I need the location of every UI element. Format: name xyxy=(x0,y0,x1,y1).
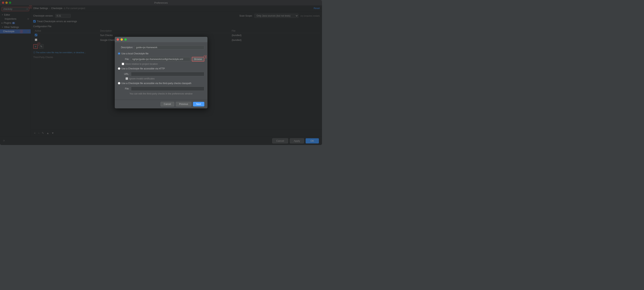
classpath-file-row: File: xyxy=(122,87,204,91)
store-relative-checkbox[interactable] xyxy=(122,63,124,65)
classpath-radio-row: Use a Checkstyle file accessible via the… xyxy=(118,82,204,85)
classpath-sub-content: File: xyxy=(122,87,204,91)
file-sub-content: File: Browse 4 Store relative to project… xyxy=(122,57,204,65)
dialog-close-button[interactable] xyxy=(117,38,119,41)
browse-label: Browse xyxy=(194,58,202,61)
dialog-cancel-button[interactable]: Cancel xyxy=(160,102,174,106)
classpath-radio[interactable] xyxy=(118,82,120,84)
dialog-titlebar xyxy=(115,37,208,42)
step4-badge: 4 xyxy=(204,55,206,58)
ignore-certs-label: Ignore invalid certificates xyxy=(129,77,155,80)
url-input[interactable] xyxy=(131,72,204,76)
description-row: Description: xyxy=(118,45,204,50)
file-row: File: Browse 4 xyxy=(122,57,204,61)
edit-hint: You can edit the third-party checks in t… xyxy=(118,92,204,95)
http-radio-row: Use a Checkstyle file accessible via HTT… xyxy=(118,67,204,70)
store-relative-label: Store relative to project location xyxy=(125,63,158,65)
http-radio[interactable] xyxy=(118,67,120,70)
dialog-minimize-button[interactable] xyxy=(120,38,123,41)
add-config-dialog: Description: Use a local Checkstyle file… xyxy=(115,37,208,108)
url-label: URL: xyxy=(122,73,130,75)
ignore-certs-row: Ignore invalid certificates xyxy=(126,77,204,80)
browse-button[interactable]: Browse 4 xyxy=(192,57,204,61)
description-label: Description: xyxy=(118,46,133,49)
local-file-radio[interactable] xyxy=(118,52,120,55)
dialog-next-button[interactable]: Next xyxy=(193,102,204,106)
dialog-footer: Cancel Previous Next xyxy=(115,100,208,108)
dialog-body: Description: Use a local Checkstyle file… xyxy=(115,42,208,100)
file-label: File: xyxy=(122,58,130,61)
store-relative-row: Store relative to project location xyxy=(122,63,204,65)
ignore-certs-checkbox[interactable] xyxy=(126,77,128,80)
url-row: URL: xyxy=(122,72,204,76)
description-input[interactable] xyxy=(135,45,204,50)
file-input[interactable] xyxy=(131,57,190,61)
http-label: Use a Checkstyle file accessible via HTT… xyxy=(122,67,165,70)
url-sub-content: URL: Ignore invalid certificates xyxy=(122,72,204,80)
local-file-radio-row: Use a local Checkstyle file xyxy=(118,52,204,55)
classpath-label: Use a Checkstyle file accessible via the… xyxy=(122,82,192,85)
classpath-file-label: File: xyxy=(122,87,130,90)
dialog-previous-button[interactable]: Previous xyxy=(176,102,192,106)
classpath-file-input[interactable] xyxy=(131,87,204,91)
local-file-label: Use a local Checkstyle file xyxy=(122,52,148,55)
dialog-overlay: Description: Use a local Checkstyle file… xyxy=(0,0,322,145)
preferences-window: Preferences 1 ✕ ▼ Editor Inspections ⚙ ▶… xyxy=(0,0,322,145)
dialog-maximize-button[interactable] xyxy=(124,38,127,41)
